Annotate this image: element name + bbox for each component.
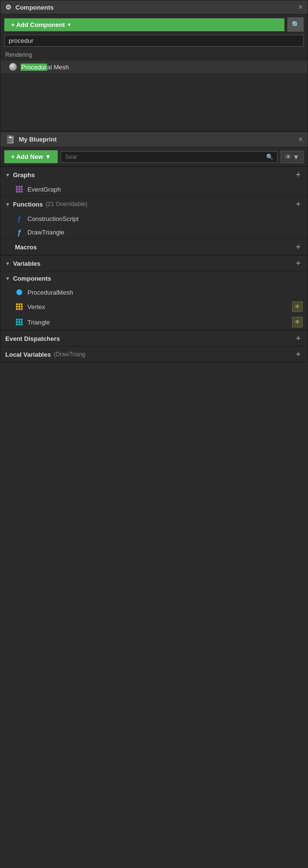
components-panel: ⚙ Components × + Add Component ▼ 🔍 Rende… [0, 0, 308, 131]
components-search-input[interactable] [4, 35, 304, 47]
functions-chevron: ▼ [5, 202, 10, 207]
variables-label: Variables [13, 260, 40, 267]
variables-title: ▼ Variables [5, 260, 40, 267]
event-dispatchers-add-button[interactable]: + [294, 334, 303, 343]
local-variables-label: Local Variables [5, 351, 51, 358]
vertex-grid-icon [16, 303, 23, 310]
bp-components-chevron: ▼ [5, 276, 10, 281]
local-variables-add-button[interactable]: + [294, 350, 303, 359]
event-graph-grid-icon [16, 186, 23, 193]
construction-script-fn-icon: ƒ [17, 215, 21, 223]
procedural-mesh-bp-item[interactable]: ProceduralMesh [0, 285, 308, 299]
add-new-label: + Add New [11, 153, 43, 160]
draw-triangle-label: DrawTriangle [27, 229, 64, 236]
graphs-chevron: ▼ [5, 172, 10, 178]
procedural-mesh-bp-label: ProceduralMesh [27, 289, 73, 296]
mesh-dot-icon [16, 289, 22, 295]
bp-components-label: Components [13, 275, 51, 282]
vertex-label: Vertex [27, 303, 45, 311]
blueprint-book-icon: 📓 [5, 135, 15, 144]
event-graph-item[interactable]: EventGraph [0, 182, 308, 196]
blueprint-panel: 📓 My Blueprint × + Add New ▼ 🔍 👁 ▼ ▼ Gra… [0, 131, 308, 363]
blueprint-search-icon: 🔍 [266, 154, 273, 160]
category-text: Rendering [5, 52, 32, 58]
triangle-icon [15, 318, 24, 326]
construction-script-icon: ƒ [15, 214, 24, 223]
macros-add-button[interactable]: + [294, 243, 303, 251]
components-search-row [0, 35, 308, 50]
draw-triangle-item[interactable]: ƒ DrawTriangle [0, 225, 308, 239]
add-new-button[interactable]: + Add New ▼ [4, 150, 58, 163]
add-component-label: + Add Component [11, 21, 65, 28]
local-variables-suffix: (DrawTriang [54, 351, 86, 358]
functions-label: Functions [13, 201, 43, 208]
variables-chevron: ▼ [5, 261, 10, 266]
event-graph-label: EventGraph [27, 186, 61, 193]
event-dispatchers-section-header: Event Dispatchers + [0, 330, 308, 346]
macros-section-header: Macros + [0, 239, 308, 255]
procedural-mesh-icon [9, 63, 17, 71]
triangle-grid-icon [16, 319, 23, 325]
construction-script-label: ConstructionScript [27, 215, 78, 222]
blueprint-panel-title: 📓 My Blueprint [5, 135, 57, 144]
add-component-arrow: ▼ [67, 22, 72, 27]
components-close-button[interactable]: × [298, 3, 303, 11]
event-dispatchers-title: Event Dispatchers [5, 335, 60, 342]
event-graph-icon [15, 185, 24, 194]
blueprint-eye-button[interactable]: 👁 ▼ [281, 151, 304, 163]
graphs-add-button[interactable]: + [294, 170, 303, 179]
graphs-title: ▼ Graphs [5, 171, 35, 179]
procedural-mesh-item[interactable]: Procedural Mesh [0, 60, 308, 73]
components-panel-title: ⚙ Components [5, 3, 53, 11]
components-icon: ⚙ [5, 3, 12, 11]
triangle-label: Triangle [27, 319, 50, 326]
vertex-icon [15, 302, 24, 311]
variables-add-button[interactable]: + [294, 259, 303, 268]
components-title-text: Components [15, 4, 53, 11]
eye-icon: 👁 [285, 153, 292, 161]
procedural-mesh-suffix: al Mesh [47, 64, 69, 71]
graphs-label: Graphs [13, 171, 35, 179]
add-new-arrow: ▼ [45, 153, 51, 160]
draw-triangle-icon: ƒ [15, 228, 24, 236]
triangle-eye-button[interactable]: 👁 [292, 317, 303, 327]
triangle-item[interactable]: Triangle 👁 [0, 314, 308, 330]
bp-components-section-header: ▼ Components [0, 271, 308, 285]
procedural-mesh-highlight: Procedur [21, 64, 47, 71]
macros-label: Macros [15, 244, 37, 251]
construction-script-item[interactable]: ƒ ConstructionScript [0, 212, 308, 225]
local-variables-section-header: Local Variables (DrawTriang + [0, 346, 308, 362]
vertex-item[interactable]: Vertex 👁 [0, 299, 308, 314]
rendering-category-label: Rendering [0, 50, 308, 60]
procedural-mesh-bp-icon [15, 288, 24, 297]
blueprint-title-text: My Blueprint [19, 136, 57, 143]
components-spacer [0, 73, 308, 131]
vertex-eye-button[interactable]: 👁 [292, 301, 303, 312]
functions-count: (21 Overridable) [46, 201, 88, 207]
procedural-mesh-name: Procedural Mesh [21, 64, 69, 71]
components-panel-header: ⚙ Components × [0, 0, 308, 14]
functions-add-button[interactable]: + [294, 200, 303, 208]
triangle-eye-icon: 👁 [295, 319, 300, 325]
variables-section-header: ▼ Variables + [0, 255, 308, 271]
graphs-section-header: ▼ Graphs + [0, 167, 308, 182]
local-variables-title: Local Variables (DrawTriang [5, 351, 85, 358]
components-search-icon-button[interactable]: 🔍 [287, 17, 304, 32]
functions-title: ▼ Functions (21 Overridable) [5, 201, 88, 208]
blueprint-search-box: 🔍 [61, 151, 278, 163]
eye-dropdown-arrow: ▼ [293, 153, 299, 161]
vertex-eye-icon: 👁 [295, 303, 300, 310]
functions-section-header: ▼ Functions (21 Overridable) + [0, 196, 308, 212]
draw-triangle-fn-icon: ƒ [17, 228, 21, 236]
blueprint-toolbar: + Add New ▼ 🔍 👁 ▼ [0, 147, 308, 166]
blueprint-search-input[interactable] [65, 154, 264, 160]
add-component-button[interactable]: + Add Component ▼ [4, 18, 284, 31]
bp-components-title: ▼ Components [5, 275, 51, 282]
components-toolbar: + Add Component ▼ 🔍 [0, 14, 308, 35]
event-dispatchers-label: Event Dispatchers [5, 335, 60, 342]
blueprint-close-button[interactable]: × [298, 136, 303, 143]
blueprint-panel-header: 📓 My Blueprint × [0, 132, 308, 147]
